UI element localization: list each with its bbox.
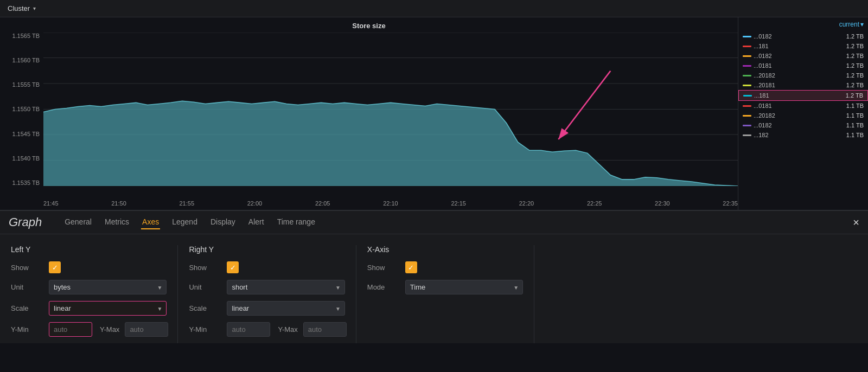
legend-name-0: ...0182	[754, 33, 842, 40]
legend-color-0	[743, 36, 751, 37]
right-y-unit-select-wrapper: short bytes bits percent	[227, 280, 344, 294]
legend-name-7: ...0181	[754, 102, 842, 109]
x-label-9: 22:30	[655, 200, 670, 207]
tab-display[interactable]: Display	[209, 215, 237, 229]
tab-metrics[interactable]: Metrics	[104, 215, 130, 229]
legend-color-7	[743, 105, 751, 107]
x-label-7: 22:20	[519, 200, 534, 207]
x-label-10: 22:35	[723, 200, 738, 207]
x-axis-show-row: Show ✓	[367, 261, 523, 273]
left-y-show-row: Show ✓	[11, 261, 167, 273]
legend-item-2[interactable]: ...0182 1.2 TB	[738, 51, 868, 61]
x-axis-mode-select[interactable]: Time Series Histogram	[405, 280, 523, 294]
left-y-panel: Left Y Show ✓ Unit short bytes bits perc…	[0, 245, 178, 343]
legend-name-10: ...182	[754, 132, 842, 138]
right-y-max-input[interactable]	[303, 322, 347, 337]
legend-color-9	[743, 125, 751, 126]
legend-name-6: ...181	[754, 92, 841, 99]
tab-timerange[interactable]: Time range	[276, 215, 316, 229]
legend-color-2	[743, 55, 751, 57]
left-y-minmax-row: Y-Min Y-Max	[11, 322, 167, 337]
legend-item-8[interactable]: ...20182 1.1 TB	[738, 111, 868, 120]
right-y-scale-select[interactable]: linear log	[227, 301, 344, 316]
right-y-show-checkbox[interactable]: ✓	[227, 261, 239, 273]
tab-alert[interactable]: Alert	[247, 215, 265, 229]
svg-line-8	[558, 71, 610, 139]
x-axis-mode-label: Mode	[367, 283, 400, 291]
legend-item-3[interactable]: ...0181 1.2 TB	[738, 61, 868, 70]
cluster-chevron: ▾	[33, 5, 36, 11]
legend-name-1: ...181	[754, 43, 842, 49]
legend-item-9[interactable]: ...0182 1.1 TB	[738, 120, 868, 130]
right-y-title: Right Y	[189, 245, 344, 254]
legend-val-8: 1.1 TB	[846, 112, 864, 119]
y-label-3: 1.1550 TB	[2, 106, 43, 112]
legend-val-1: 1.2 TB	[846, 43, 864, 49]
graph-header: Graph General Metrics Axes Legend Displa…	[0, 211, 868, 234]
legend-item-5[interactable]: ...20181 1.2 TB	[738, 80, 868, 90]
legend-item-10[interactable]: ...182 1.1 TB	[738, 130, 868, 140]
x-axis-mode-row: Mode Time Series Histogram	[367, 280, 523, 294]
right-y-unit-select[interactable]: short bytes bits percent	[227, 280, 344, 294]
right-y-scale-row: Scale linear log	[189, 301, 344, 316]
cluster-title[interactable]: Cluster ▾	[8, 4, 36, 12]
legend-val-2: 1.2 TB	[846, 53, 864, 59]
left-y-max-input[interactable]	[125, 322, 168, 337]
right-y-show-label: Show	[189, 264, 221, 272]
right-y-min-input[interactable]	[227, 322, 270, 337]
chart-title: Store size	[0, 22, 738, 30]
left-y-scale-select-wrapper: linear log	[49, 301, 167, 316]
x-label-5: 22:10	[383, 200, 398, 207]
right-y-max-label: Y-Max	[278, 325, 297, 333]
right-y-panel: Right Y Show ✓ Unit short bytes bits per…	[178, 245, 356, 343]
left-y-scale-row: Scale linear log	[11, 301, 167, 316]
left-y-unit-select[interactable]: short bytes bits percent ms seconds	[49, 280, 167, 294]
legend-val-6: 1.2 TB	[846, 92, 863, 99]
legend-val-9: 1.1 TB	[846, 122, 864, 129]
left-y-title: Left Y	[11, 245, 167, 254]
tab-general[interactable]: General	[63, 215, 93, 229]
legend-val-7: 1.1 TB	[846, 102, 864, 109]
chart-svg	[43, 33, 738, 186]
x-label-8: 22:25	[587, 200, 602, 207]
close-button[interactable]: ×	[853, 216, 859, 229]
graph-title: Graph	[9, 215, 42, 229]
legend-color-5	[743, 85, 751, 86]
legend-color-8	[743, 115, 751, 117]
legend-item-0[interactable]: ...0182 1.2 TB	[738, 31, 868, 41]
left-y-show-checkbox[interactable]: ✓	[49, 261, 61, 273]
legend-color-10	[743, 134, 751, 136]
x-label-0: 21:45	[43, 200, 59, 207]
chart-legend: current ▾ ...0182 1.2 TB ...181 1.2 TB .…	[738, 17, 868, 210]
right-y-min-label: Y-Min	[189, 325, 221, 333]
legend-name-3: ...0181	[754, 62, 842, 69]
legend-item-1[interactable]: ...181 1.2 TB	[738, 41, 868, 51]
legend-item-7[interactable]: ...0181 1.1 TB	[738, 101, 868, 111]
x-axis-show-checkbox[interactable]: ✓	[405, 261, 417, 273]
y-label-1: 1.1560 TB	[2, 57, 43, 63]
left-y-unit-select-wrapper: short bytes bits percent ms seconds	[49, 280, 167, 294]
legend-current-label: current	[839, 21, 859, 28]
tab-axes[interactable]: Axes	[141, 215, 160, 229]
graph-section: Graph General Metrics Axes Legend Displa…	[0, 210, 868, 343]
left-y-min-label: Y-Min	[11, 325, 43, 333]
empty-panel	[534, 245, 868, 343]
legend-item-6[interactable]: ...181 1.2 TB	[738, 90, 868, 101]
right-y-unit-label: Unit	[189, 283, 221, 291]
left-y-scale-label: Scale	[11, 304, 43, 312]
legend-name-8: ...20182	[754, 112, 842, 119]
tab-legend[interactable]: Legend	[171, 215, 199, 229]
left-y-scale-select[interactable]: linear log	[49, 301, 167, 316]
legend-item-4[interactable]: ...20182 1.2 TB	[738, 70, 868, 80]
cluster-label: Cluster	[8, 4, 30, 12]
left-y-min-input[interactable]	[49, 322, 92, 337]
legend-current-button[interactable]: current ▾	[839, 21, 864, 28]
settings-panels: Left Y Show ✓ Unit short bytes bits perc…	[0, 234, 868, 343]
x-label-2: 21:55	[179, 200, 194, 207]
legend-color-1	[743, 46, 751, 47]
x-label-1: 21:50	[111, 200, 126, 207]
legend-val-0: 1.2 TB	[846, 33, 864, 40]
chart-svg-area	[43, 33, 738, 186]
chart-container: Store size 1.1565 TB 1.1560 TB 1.1555 TB…	[0, 17, 868, 210]
y-label-6: 1.1535 TB	[2, 179, 43, 186]
